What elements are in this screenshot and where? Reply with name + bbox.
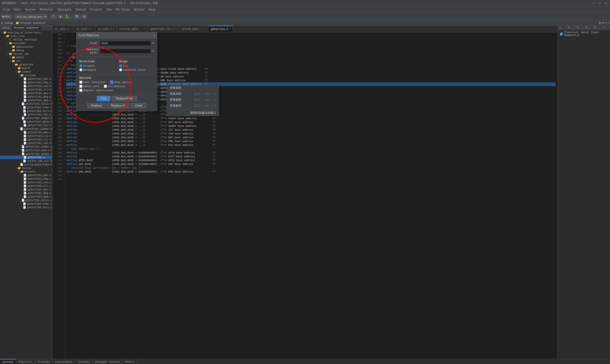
fr-case-sensitive-checkbox[interactable] bbox=[79, 81, 82, 84]
ctx-translate[interactable]: 屏幕翻译 Ctrl + Alt + F bbox=[167, 103, 219, 109]
minimize-button[interactable]: — bbox=[591, 1, 596, 5]
tree-item-gd32vf103_fwdgt-h[interactable]: 📄gd32vf103_fwdgt.h bbox=[0, 116, 52, 120]
tab-system-gd32[interactable]: system_gd32... × bbox=[179, 26, 208, 32]
tb2-icon3[interactable]: ▽ bbox=[605, 21, 607, 25]
fr-close-button[interactable]: ✕ bbox=[153, 34, 155, 37]
rpt-b1[interactable]: B... bbox=[567, 26, 575, 30]
rpt-m[interactable]: M... bbox=[593, 26, 602, 30]
tree-item-gd32vf103_i2c-h[interactable]: 📄gd32vf103_i2c.h bbox=[0, 123, 52, 127]
fr-replace-input[interactable] bbox=[100, 49, 151, 54]
menu-window[interactable]: Window bbox=[132, 8, 146, 12]
tb2-icon2[interactable]: ⟳ bbox=[602, 21, 604, 25]
tree-item-Board[interactable]: ▸📁Board bbox=[0, 66, 52, 70]
ctx-hide-window[interactable]: ✓ 截图时隐藏当前窗口 bbox=[167, 110, 219, 116]
tree-item-gd32vf103_usart-h[interactable]: 📄gd32vf103_usart.h bbox=[0, 148, 52, 152]
build-button[interactable]: 🔨 bbox=[51, 14, 57, 19]
fr-close-btn[interactable]: Close bbox=[131, 103, 147, 108]
file-tree[interactable]: ▾📂nesting_of_interrupts▾📂test_rtos ⚙Nucl… bbox=[0, 30, 52, 359]
fr-backward-radio[interactable] bbox=[79, 68, 82, 71]
tree-item-gd32vf103_exmc-c[interactable]: 📄gd32vf103_exmc.c bbox=[0, 202, 52, 206]
fr-regex-checkbox[interactable] bbox=[79, 89, 82, 92]
menu-rv-tools[interactable]: RV-Tools bbox=[114, 8, 132, 12]
menu-project[interactable]: Project bbox=[88, 8, 104, 12]
fr-wrap-search-checkbox[interactable] bbox=[110, 81, 113, 84]
btab-debugger-console[interactable]: Debugger Console bbox=[93, 359, 123, 364]
settings-button[interactable]: ⚙ bbox=[81, 14, 87, 19]
tree-item-test_rtos[interactable]: ▾📂test_rtos bbox=[0, 34, 52, 38]
tree-item-gd32vf103_bkp-h[interactable]: 📄gd32vf103_bkp.h bbox=[0, 81, 52, 84]
menu-navigate[interactable]: Navigate bbox=[56, 8, 73, 12]
fr-incremental-checkbox[interactable] bbox=[104, 85, 107, 88]
tree-item-gd32vf103_dma-h[interactable]: 📄gd32vf103_dma.h bbox=[0, 99, 52, 102]
fr-find-input[interactable] bbox=[100, 41, 151, 46]
tree-item-gd32vf103_pmu-h[interactable]: 📄gd32vf103_pmu.h bbox=[0, 130, 52, 134]
ctx-screenshot[interactable]: 屏幕截图 bbox=[167, 85, 219, 91]
tab-gd32vf103-h[interactable]: gd32vf103.h × bbox=[208, 26, 233, 32]
tree-item-gd32vf103_rtc-h[interactable]: 📄gd32vf103_rtc.h bbox=[0, 138, 52, 141]
ctx-record[interactable]: 屏幕录制 Ctrl + Alt + S bbox=[167, 91, 219, 97]
tree-item-Nuclei Settings[interactable]: ⚙Nuclei Settings bbox=[0, 38, 52, 41]
tree-item-system_gd32vf103-h[interactable]: 📄system_gd32vf103.h bbox=[0, 163, 52, 166]
tree-item-gd32vf103_eclic-h[interactable]: 📄gd32vf103_eclic.h bbox=[0, 102, 52, 106]
btab-memory[interactable]: Memory bbox=[123, 359, 137, 364]
tree-item-gd32vf103_crc-c[interactable]: 📄gd32vf103_crc.c bbox=[0, 184, 52, 188]
tree-item-Source[interactable]: ▾📂Source bbox=[0, 166, 52, 170]
tree-item-gd32vf103_libopt-h[interactable]: 📄gd32vf103_libopt.h bbox=[0, 127, 52, 130]
tree-item-gd32vf103_adc-h[interactable]: 📄gd32vf103_adc.h bbox=[0, 77, 52, 81]
close-button[interactable]: ✕ bbox=[604, 1, 608, 5]
tree-item-gd32vf103_dbg-h[interactable]: 📄gd32vf103_dbg.h bbox=[0, 95, 52, 99]
tree-item-gd32vf103_dac-c[interactable]: 📄gd32vf103_dac.c bbox=[0, 188, 52, 191]
tree-item-gd32vf103_bkp-c[interactable]: 📄gd32vf103_bkp.c bbox=[0, 177, 52, 181]
fr-whole-word-checkbox[interactable] bbox=[79, 85, 82, 88]
tree-item-gd32vf103_wwdgt-h[interactable]: 📄gd32vf103_wwdgt.h bbox=[0, 152, 52, 156]
rpt-b3[interactable]: B... bbox=[584, 26, 593, 30]
fr-title-bar[interactable]: Find/Replace ✕ bbox=[76, 33, 157, 38]
debug-button[interactable]: 🐛 bbox=[64, 14, 71, 19]
btab-registers[interactable]: Registers bbox=[16, 359, 35, 364]
tree-item-gd32vf103_adc-c[interactable]: 📄gd32vf103_adc.c bbox=[0, 173, 52, 177]
rpt-d[interactable]: D... bbox=[602, 26, 610, 30]
config-selector[interactable]: test_rtos_debug_qem bbox=[15, 14, 47, 19]
tree-item-nuclei_sdk[interactable]: ▾📂nuclei_sdk bbox=[0, 52, 52, 56]
tree-item-Common[interactable]: ▾📂Common bbox=[0, 70, 52, 74]
window-controls[interactable]: — □ ✕ bbox=[591, 1, 608, 5]
rpt-b2[interactable]: B... bbox=[575, 26, 584, 30]
tree-item-gd32vf103_dac-h[interactable]: 📄gd32vf103_dac.h bbox=[0, 91, 52, 95]
ctx-screenshot2[interactable]: 屏幕截图 Ctrl + Alt + O bbox=[167, 97, 219, 103]
tree-item-nuclei_sdk_soc-h[interactable]: 📄nuclei_sdk_soc.h bbox=[0, 159, 52, 163]
tree-item-gd32vf103_spi-h[interactable]: 📄gd32vf103_spi.h bbox=[0, 141, 52, 145]
fr-replace-all-button[interactable]: Replace All bbox=[107, 103, 130, 108]
fr-replace-find-button[interactable]: Replace/Find bbox=[112, 96, 137, 101]
tree-item-application[interactable]: ▸📁application bbox=[0, 45, 52, 49]
fr-replace-dropdown-icon[interactable]: ▼ bbox=[152, 50, 154, 53]
run-button[interactable]: ▶ Run bbox=[1, 14, 12, 19]
right-panel-checkbox[interactable] bbox=[560, 32, 563, 36]
tree-item-gd32vf103_timer-h[interactable]: 📄gd32vf103_timer.h bbox=[0, 145, 52, 148]
tree-item-gd32vf103_fmc-h[interactable]: 📄gd32vf103_fmc.h bbox=[0, 113, 52, 116]
menu-search[interactable]: Search bbox=[74, 8, 88, 12]
menu-source[interactable]: Source bbox=[23, 8, 37, 12]
tree-item-gd32vf103_gpio-h[interactable]: 📄gd32vf103_gpio.h bbox=[0, 120, 52, 123]
tree-item-SoC[interactable]: ▾📂SoC bbox=[0, 59, 52, 63]
fr-find-button[interactable]: Find bbox=[97, 96, 110, 101]
tab-os-task-c[interactable]: os_task.c × bbox=[74, 26, 95, 32]
tree-item-gd32vf103_exti-c[interactable]: 📄gd32vf103_exti.c bbox=[0, 206, 52, 209]
maximize-button[interactable]: □ bbox=[598, 1, 602, 5]
rpt-v[interactable]: V... bbox=[558, 26, 567, 30]
fr-scope-selected-radio[interactable] bbox=[119, 68, 122, 71]
btab-terminal[interactable]: Terminal bbox=[75, 359, 93, 364]
menu-file[interactable]: File bbox=[1, 8, 12, 12]
fr-scope-all-radio[interactable] bbox=[119, 64, 122, 67]
tb2-icon1[interactable]: ☰ bbox=[598, 21, 601, 25]
menu-help[interactable]: Help bbox=[147, 8, 157, 12]
tree-item-gd32vf103_eclic-c[interactable]: 📄gd32vf103_eclic.c bbox=[0, 198, 52, 202]
menu-edit[interactable]: Edit bbox=[12, 8, 23, 12]
search-button[interactable]: 🔍 bbox=[74, 14, 81, 19]
btab-console[interactable]: Console bbox=[0, 359, 16, 364]
tree-item-Drivers[interactable]: ▾📂Drivers bbox=[0, 170, 52, 173]
tree-item-gd32vf103_exmc-h[interactable]: 📄gd32vf103_exmc.h bbox=[0, 106, 52, 109]
tab-startup[interactable]: startup_gd32... × bbox=[117, 26, 148, 32]
tree-item-gd32vf103[interactable]: ▾📂gd32vf103 bbox=[0, 63, 52, 66]
tree-item-gd32vf103_dbg-c[interactable]: 📄gd32vf103_dbg.c bbox=[0, 191, 52, 195]
tree-item-gd32vf103_can-c[interactable]: 📄gd32vf103_can.c bbox=[0, 181, 52, 184]
